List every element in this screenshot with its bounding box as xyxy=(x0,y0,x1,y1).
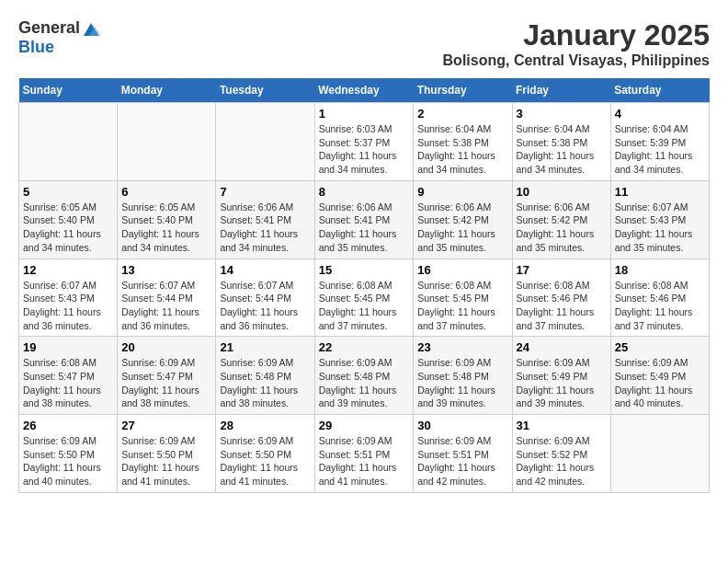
day-number: 17 xyxy=(517,263,607,277)
calendar-cell: 21Sunrise: 6:09 AM Sunset: 5:48 PM Dayli… xyxy=(216,337,314,415)
day-info: Sunrise: 6:09 AM Sunset: 5:51 PM Dayligh… xyxy=(417,434,507,488)
calendar-cell: 30Sunrise: 6:09 AM Sunset: 5:51 PM Dayli… xyxy=(414,415,512,493)
calendar-cell: 1Sunrise: 6:03 AM Sunset: 5:37 PM Daylig… xyxy=(314,103,414,181)
day-number: 29 xyxy=(319,419,410,432)
day-info: Sunrise: 6:08 AM Sunset: 5:46 PM Dayligh… xyxy=(615,279,705,333)
calendar-cell: 28Sunrise: 6:09 AM Sunset: 5:50 PM Dayli… xyxy=(216,415,314,493)
day-info: Sunrise: 6:09 AM Sunset: 5:49 PM Dayligh… xyxy=(615,356,705,410)
day-header-monday: Monday xyxy=(118,78,216,103)
calendar-cell: 25Sunrise: 6:09 AM Sunset: 5:49 PM Dayli… xyxy=(610,337,709,415)
day-header-sunday: Sunday xyxy=(19,78,118,103)
calendar-cell: 24Sunrise: 6:09 AM Sunset: 5:49 PM Dayli… xyxy=(512,337,610,415)
day-info: Sunrise: 6:08 AM Sunset: 5:45 PM Dayligh… xyxy=(417,279,507,333)
day-number: 25 xyxy=(615,340,705,354)
day-info: Sunrise: 6:06 AM Sunset: 5:42 PM Dayligh… xyxy=(417,201,507,255)
day-number: 22 xyxy=(319,340,410,354)
day-number: 8 xyxy=(319,185,410,199)
day-number: 2 xyxy=(417,107,507,121)
day-number: 30 xyxy=(417,419,507,432)
week-row-2: 5Sunrise: 6:05 AM Sunset: 5:40 PM Daylig… xyxy=(19,180,710,259)
calendar-cell xyxy=(19,103,118,181)
week-row-5: 26Sunrise: 6:09 AM Sunset: 5:50 PM Dayli… xyxy=(19,415,710,493)
calendar-cell: 11Sunrise: 6:07 AM Sunset: 5:43 PM Dayli… xyxy=(610,180,709,259)
day-info: Sunrise: 6:09 AM Sunset: 5:48 PM Dayligh… xyxy=(220,356,310,410)
day-number: 27 xyxy=(121,419,211,432)
day-number: 6 xyxy=(121,185,211,199)
day-info: Sunrise: 6:06 AM Sunset: 5:41 PM Dayligh… xyxy=(220,201,310,255)
day-number: 4 xyxy=(615,107,705,121)
day-header-saturday: Saturday xyxy=(610,78,709,103)
day-number: 3 xyxy=(517,107,607,121)
day-info: Sunrise: 6:09 AM Sunset: 5:48 PM Dayligh… xyxy=(319,356,410,410)
day-info: Sunrise: 6:09 AM Sunset: 5:50 PM Dayligh… xyxy=(23,434,113,488)
logo: General Blue xyxy=(18,18,100,57)
calendar-table: SundayMondayTuesdayWednesdayThursdayFrid… xyxy=(18,78,710,493)
day-info: Sunrise: 6:07 AM Sunset: 5:43 PM Dayligh… xyxy=(615,201,705,255)
day-info: Sunrise: 6:07 AM Sunset: 5:44 PM Dayligh… xyxy=(121,279,211,333)
day-info: Sunrise: 6:05 AM Sunset: 5:40 PM Dayligh… xyxy=(23,201,113,255)
day-info: Sunrise: 6:09 AM Sunset: 5:51 PM Dayligh… xyxy=(319,434,410,488)
day-info: Sunrise: 6:09 AM Sunset: 5:49 PM Dayligh… xyxy=(517,356,607,410)
calendar-cell: 9Sunrise: 6:06 AM Sunset: 5:42 PM Daylig… xyxy=(414,180,512,259)
week-row-1: 1Sunrise: 6:03 AM Sunset: 5:37 PM Daylig… xyxy=(19,103,710,181)
day-info: Sunrise: 6:09 AM Sunset: 5:50 PM Dayligh… xyxy=(220,434,310,488)
header-row: SundayMondayTuesdayWednesdayThursdayFrid… xyxy=(19,78,710,103)
day-number: 12 xyxy=(23,263,113,277)
day-number: 31 xyxy=(517,419,607,432)
calendar-cell: 27Sunrise: 6:09 AM Sunset: 5:50 PM Dayli… xyxy=(118,415,216,493)
calendar-cell: 19Sunrise: 6:08 AM Sunset: 5:47 PM Dayli… xyxy=(19,337,118,415)
day-info: Sunrise: 6:09 AM Sunset: 5:47 PM Dayligh… xyxy=(121,356,211,410)
day-number: 1 xyxy=(319,107,410,121)
calendar-subtitle: Bolisong, Central Visayas, Philippines xyxy=(443,52,710,69)
calendar-cell: 13Sunrise: 6:07 AM Sunset: 5:44 PM Dayli… xyxy=(118,259,216,337)
day-number: 20 xyxy=(121,340,211,354)
day-number: 21 xyxy=(220,340,310,354)
day-info: Sunrise: 6:09 AM Sunset: 5:48 PM Dayligh… xyxy=(417,356,507,410)
day-number: 9 xyxy=(417,185,507,199)
day-info: Sunrise: 6:07 AM Sunset: 5:44 PM Dayligh… xyxy=(220,279,310,333)
logo-icon xyxy=(82,19,100,38)
day-info: Sunrise: 6:06 AM Sunset: 5:41 PM Dayligh… xyxy=(319,201,410,255)
day-number: 19 xyxy=(23,340,113,354)
day-info: Sunrise: 6:09 AM Sunset: 5:50 PM Dayligh… xyxy=(121,434,211,488)
day-number: 16 xyxy=(417,263,507,277)
calendar-cell: 14Sunrise: 6:07 AM Sunset: 5:44 PM Dayli… xyxy=(216,259,314,337)
day-info: Sunrise: 6:09 AM Sunset: 5:52 PM Dayligh… xyxy=(517,434,607,488)
logo-general-text: General xyxy=(18,18,80,38)
week-row-3: 12Sunrise: 6:07 AM Sunset: 5:43 PM Dayli… xyxy=(19,259,710,337)
calendar-cell: 10Sunrise: 6:06 AM Sunset: 5:42 PM Dayli… xyxy=(512,180,610,259)
calendar-cell xyxy=(610,415,709,493)
calendar-cell: 31Sunrise: 6:09 AM Sunset: 5:52 PM Dayli… xyxy=(512,415,610,493)
calendar-cell: 15Sunrise: 6:08 AM Sunset: 5:45 PM Dayli… xyxy=(314,259,414,337)
calendar-cell: 12Sunrise: 6:07 AM Sunset: 5:43 PM Dayli… xyxy=(19,259,118,337)
day-info: Sunrise: 6:06 AM Sunset: 5:42 PM Dayligh… xyxy=(517,201,607,255)
day-info: Sunrise: 6:08 AM Sunset: 5:45 PM Dayligh… xyxy=(319,279,410,333)
day-info: Sunrise: 6:08 AM Sunset: 5:46 PM Dayligh… xyxy=(517,279,607,333)
page-header: General Blue January 2025 Bolisong, Cent… xyxy=(18,18,710,69)
calendar-cell: 4Sunrise: 6:04 AM Sunset: 5:39 PM Daylig… xyxy=(610,103,709,181)
day-info: Sunrise: 6:03 AM Sunset: 5:37 PM Dayligh… xyxy=(319,122,410,177)
day-header-wednesday: Wednesday xyxy=(314,78,414,103)
day-number: 10 xyxy=(517,185,607,199)
day-number: 7 xyxy=(220,185,310,199)
calendar-cell: 20Sunrise: 6:09 AM Sunset: 5:47 PM Dayli… xyxy=(118,337,216,415)
day-number: 15 xyxy=(319,263,410,277)
title-section: January 2025 Bolisong, Central Visayas, … xyxy=(443,18,710,69)
day-number: 11 xyxy=(615,185,705,199)
calendar-cell: 29Sunrise: 6:09 AM Sunset: 5:51 PM Dayli… xyxy=(314,415,414,493)
day-number: 23 xyxy=(417,340,507,354)
calendar-cell: 2Sunrise: 6:04 AM Sunset: 5:38 PM Daylig… xyxy=(414,103,512,181)
day-number: 14 xyxy=(220,263,310,277)
calendar-cell xyxy=(216,103,314,181)
day-info: Sunrise: 6:04 AM Sunset: 5:39 PM Dayligh… xyxy=(615,122,705,177)
day-number: 18 xyxy=(615,263,705,277)
calendar-cell: 23Sunrise: 6:09 AM Sunset: 5:48 PM Dayli… xyxy=(414,337,512,415)
calendar-cell: 6Sunrise: 6:05 AM Sunset: 5:40 PM Daylig… xyxy=(118,180,216,259)
calendar-cell: 26Sunrise: 6:09 AM Sunset: 5:50 PM Dayli… xyxy=(19,415,118,493)
day-header-friday: Friday xyxy=(512,78,610,103)
calendar-cell: 17Sunrise: 6:08 AM Sunset: 5:46 PM Dayli… xyxy=(512,259,610,337)
day-number: 26 xyxy=(23,419,113,432)
day-info: Sunrise: 6:05 AM Sunset: 5:40 PM Dayligh… xyxy=(121,201,211,255)
calendar-cell: 3Sunrise: 6:04 AM Sunset: 5:38 PM Daylig… xyxy=(512,103,610,181)
calendar-cell: 18Sunrise: 6:08 AM Sunset: 5:46 PM Dayli… xyxy=(610,259,709,337)
